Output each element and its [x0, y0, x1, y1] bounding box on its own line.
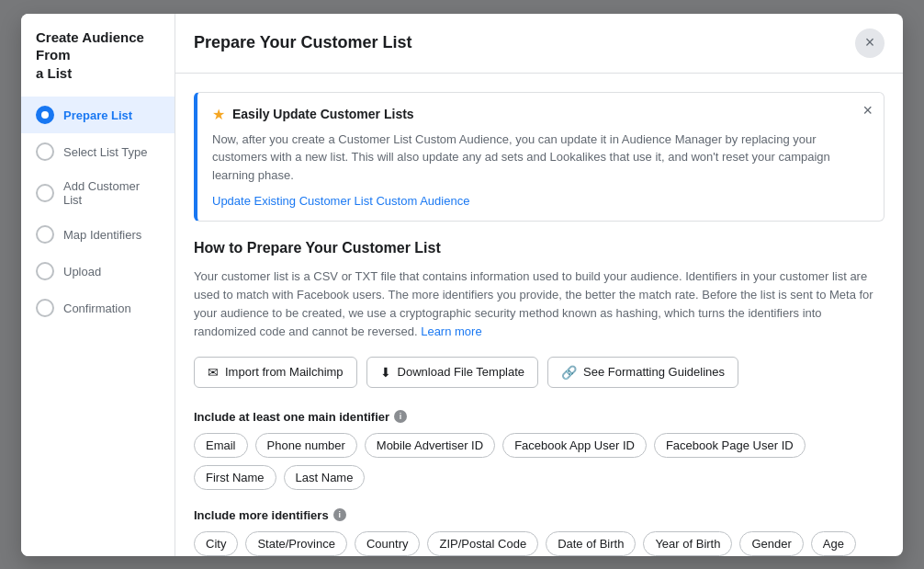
close-button[interactable]: ×	[855, 28, 885, 58]
learn-more-link[interactable]: Learn more	[421, 324, 481, 338]
sidebar-item-map-identifiers[interactable]: Map Identifiers	[21, 216, 175, 253]
main-identifier-tag: Phone number	[255, 433, 357, 458]
description-text: Your customer list is a CSV or TXT file …	[194, 267, 885, 342]
more-identifier-tag: Year of Birth	[643, 531, 732, 556]
content-area: ★ Easily Update Customer Lists × Now, af…	[175, 74, 903, 556]
main-identifier-tag: First Name	[194, 465, 276, 490]
download-template-button[interactable]: ⬇ Download File Template	[366, 357, 539, 388]
info-banner: ★ Easily Update Customer Lists × Now, af…	[194, 92, 885, 222]
more-identifiers-section: Include more identifiers i CityState/Pro…	[194, 508, 885, 556]
sidebar-item-add-customer-list[interactable]: Add Customer List	[21, 170, 175, 216]
more-identifiers-info-icon[interactable]: i	[333, 508, 346, 521]
banner-close-button[interactable]: ×	[862, 102, 873, 119]
sidebar-item-prepare-list[interactable]: Prepare List	[21, 97, 175, 133]
main-identifiers-section: Include at least one main identifier i E…	[194, 410, 885, 490]
modal-title: Prepare Your Customer List	[194, 33, 411, 52]
download-template-label: Download File Template	[398, 365, 525, 379]
sidebar-item-label: Prepare List	[63, 108, 132, 122]
main-identifier-tag: Facebook Page User ID	[654, 433, 806, 458]
more-identifier-tag: Date of Birth	[546, 531, 636, 556]
main-identifier-tag: Last Name	[284, 465, 366, 490]
sidebar-item-label: Map Identifiers	[63, 228, 141, 242]
sidebar-item-label: Add Customer List	[63, 179, 160, 207]
step-circle-2	[36, 142, 54, 161]
import-mailchimp-label: Import from Mailchimp	[225, 365, 344, 379]
banner-text: Now, after you create a Customer List Cu…	[212, 131, 869, 185]
download-icon: ⬇	[380, 365, 391, 380]
sidebar-title: Create Audience From a List	[21, 28, 175, 97]
main-identifier-tag: Mobile Advertiser ID	[365, 433, 495, 458]
step-circle-4	[36, 225, 54, 244]
formatting-guidelines-label: See Formatting Guidelines	[583, 365, 725, 379]
modal-overlay: Create Audience From a List Prepare List…	[0, 0, 924, 569]
step-circle-6	[36, 299, 54, 317]
step-circle-5	[36, 262, 54, 280]
sidebar-item-label: Confirmation	[63, 302, 131, 315]
sidebar-item-label: Upload	[63, 265, 101, 279]
banner-header: ★ Easily Update Customer Lists	[212, 106, 869, 123]
banner-title: Easily Update Customer Lists	[232, 107, 414, 121]
main-identifiers-label: Include at least one main identifier i	[194, 410, 885, 424]
sidebar-item-upload[interactable]: Upload	[21, 253, 175, 290]
main-identifier-tag: Email	[194, 433, 248, 458]
main-identifiers-tags: EmailPhone numberMobile Advertiser IDFac…	[194, 433, 885, 490]
more-identifier-tag: Country	[355, 531, 421, 556]
main-content: Prepare Your Customer List × ★ Easily Up…	[175, 14, 903, 556]
more-identifiers-tags: CityState/ProvinceCountryZIP/Postal Code…	[194, 531, 885, 556]
step-circle-1	[36, 106, 54, 124]
more-identifier-tag: Gender	[739, 531, 803, 556]
more-identifier-tag: State/Province	[245, 531, 347, 556]
sidebar-item-confirmation[interactable]: Confirmation	[21, 290, 175, 326]
more-identifiers-label: Include more identifiers i	[194, 508, 885, 522]
sidebar-item-select-list-type[interactable]: Select List Type	[21, 133, 175, 170]
modal: Create Audience From a List Prepare List…	[21, 14, 903, 556]
main-identifier-tag: Facebook App User ID	[502, 433, 647, 458]
link-icon: 🔗	[561, 365, 577, 380]
star-icon: ★	[212, 106, 225, 123]
banner-link[interactable]: Update Existing Customer List Custom Aud…	[212, 194, 469, 208]
action-buttons: ✉ Import from Mailchimp ⬇ Download File …	[194, 357, 885, 388]
section-title: How to Prepare Your Customer List	[194, 240, 885, 256]
main-identifiers-info-icon[interactable]: i	[394, 410, 407, 423]
modal-header: Prepare Your Customer List ×	[175, 14, 903, 74]
sidebar-item-label: Select List Type	[63, 145, 148, 159]
import-mailchimp-button[interactable]: ✉ Import from Mailchimp	[194, 357, 357, 388]
step-circle-3	[36, 184, 54, 202]
more-identifier-tag: Age	[811, 531, 856, 556]
more-identifier-tag: ZIP/Postal Code	[427, 531, 538, 556]
mailchimp-icon: ✉	[208, 365, 219, 380]
sidebar: Create Audience From a List Prepare List…	[21, 14, 175, 556]
formatting-guidelines-button[interactable]: 🔗 See Formatting Guidelines	[547, 357, 738, 388]
more-identifier-tag: City	[194, 531, 238, 556]
